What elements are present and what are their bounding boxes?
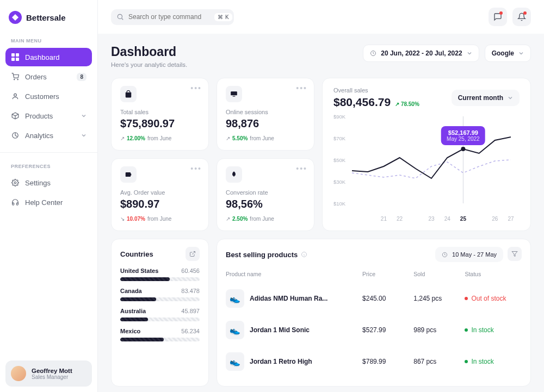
sidebar-item-dashboard[interactable]: Dashboard [5,48,92,66]
sidebar-item-analytics[interactable]: Analytics [5,126,92,145]
chart-delta: ↗ 78.50% [395,101,419,107]
product-name: Adidas NMD Human Ra... [250,295,327,302]
chart-canvas[interactable]: $90K$70K$50K$30K$10K21222324252627$52,16… [333,116,520,214]
search-kbd: ⌘K [214,13,232,21]
svg-rect-2 [11,58,15,61]
date-range-label: 20 Jun, 2022 - 20 Jul, 2022 [381,49,462,57]
country-value: 83.478 [181,288,200,294]
table-row[interactable]: 👟Jordan 1 Retro High$789.99867 pcsIn sto… [226,346,522,377]
monitor-icon [226,86,242,102]
chevron-down-icon [467,51,472,56]
more-icon[interactable]: ••• [190,84,202,92]
filter-button[interactable] [508,247,522,261]
user-name: Geoffrey Mott [32,368,72,374]
trend-up-icon: ↗ [226,216,230,222]
product-price: $245.00 [362,295,413,302]
svg-rect-1 [16,53,19,57]
x-tick-label: 27 [508,216,514,222]
chevron-down-icon [518,51,524,56]
gear-icon [11,178,20,187]
country-bar [120,277,200,281]
more-icon[interactable]: ••• [190,164,202,173]
search-icon [116,13,124,21]
external-link-button[interactable] [186,247,200,261]
brand[interactable]: Bettersale [0,0,97,34]
svg-point-8 [14,182,16,184]
trend-down-icon: ↘ [120,216,125,222]
chevron-down-icon [508,95,513,101]
sidebar-item-label: Analytics [25,132,53,140]
chart-range-picker[interactable]: Current month [452,90,520,106]
brand-name: Bettersale [26,13,66,22]
sidebar-item-products[interactable]: Products [5,107,92,125]
user-role: Sales Manager [32,374,72,380]
x-tick-label: 24 [444,216,450,222]
avatar [11,366,26,381]
products-card: Best selling products 10 May - 27 May [217,239,531,387]
trend-up-icon: ↗ [120,135,125,141]
svg-rect-12 [233,96,236,97]
more-icon[interactable]: ••• [296,164,307,173]
table-row[interactable]: 👟Adidas NMD Human Ra...$245.001,245 pcsO… [226,283,522,314]
chart-tooltip: $52,167.99May 25, 2022 [441,126,485,145]
product-thumbnail: 👟 [226,352,244,371]
source-picker[interactable]: Google [485,45,531,62]
sidebar-item-help[interactable]: Help Center [5,193,92,211]
country-name: United States [120,267,158,274]
trend-up-icon: ↗ [226,135,230,141]
cart-icon [11,72,20,81]
brand-logo-icon [9,11,22,24]
country-row: United States60.456 [120,267,200,281]
product-price: $789.99 [362,358,413,365]
x-tick-label: 26 [492,216,498,222]
stat-value: $75,890.97 [120,117,200,130]
clock-icon [370,50,376,57]
svg-point-14 [461,147,465,151]
country-value: 56.234 [181,328,200,334]
x-tick-label: 25 [460,216,466,222]
country-value: 60.456 [181,267,200,274]
search-box[interactable]: ⌘K [111,9,234,25]
sidebar-item-label: Orders [25,73,47,81]
stat-value: $890.97 [120,198,200,210]
page-subtitle: Here's your analytic details. [111,61,187,68]
notification-dot [523,11,527,15]
product-thumbnail: 👟 [226,289,244,308]
svg-rect-11 [231,91,237,95]
stat-value: 98,876 [226,117,305,130]
page-title: Dashboard [111,45,187,59]
search-input[interactable] [128,13,210,21]
products-date-range[interactable]: 10 May - 27 May [435,247,503,262]
topbar: ⌘K [98,0,544,34]
chart-value: $80,456.79 [333,96,391,109]
grid-icon [11,53,20,61]
messages-button[interactable] [489,8,507,26]
sidebar-item-customers[interactable]: Customers [5,87,92,105]
product-sold: 1,245 pcs [413,295,465,302]
sidebar-item-label: Customers [25,92,59,101]
country-name: Canada [120,288,142,294]
stat-conversion: ••• Conversion rate 98,56% ↗2.50%from Ju… [217,158,314,231]
table-row[interactable]: 👟Jordan 1 Mid Sonic$527.99989 pcsIn stoc… [226,314,522,346]
menu-header-main: MAIN MENU [5,34,92,48]
user-card[interactable]: Geoffrey Mott Sales Manager [5,360,92,387]
notifications-button[interactable] [512,8,531,26]
svg-point-4 [14,79,15,80]
notification-dot [499,11,503,15]
product-sold: 867 pcs [413,358,465,365]
sidebar-item-orders[interactable]: Orders 8 [5,67,92,86]
orders-badge: 8 [77,73,86,81]
info-icon[interactable] [301,251,307,258]
date-range-picker[interactable]: 20 Jun, 2022 - 20 Jul, 2022 [363,45,479,62]
country-row: Australia45.897 [120,308,200,321]
country-row: Mexico56.234 [120,328,200,341]
divider [0,152,97,153]
headphones-icon [11,198,20,207]
menu-header-preferences: PREFERENCES [5,159,92,173]
country-bar [120,338,200,341]
country-name: Australia [120,308,146,314]
more-icon[interactable]: ••• [296,84,307,92]
x-tick-label: 23 [428,216,434,222]
sidebar-item-settings[interactable]: Settings [5,173,92,192]
product-name: Jordan 1 Mid Sonic [250,326,310,334]
